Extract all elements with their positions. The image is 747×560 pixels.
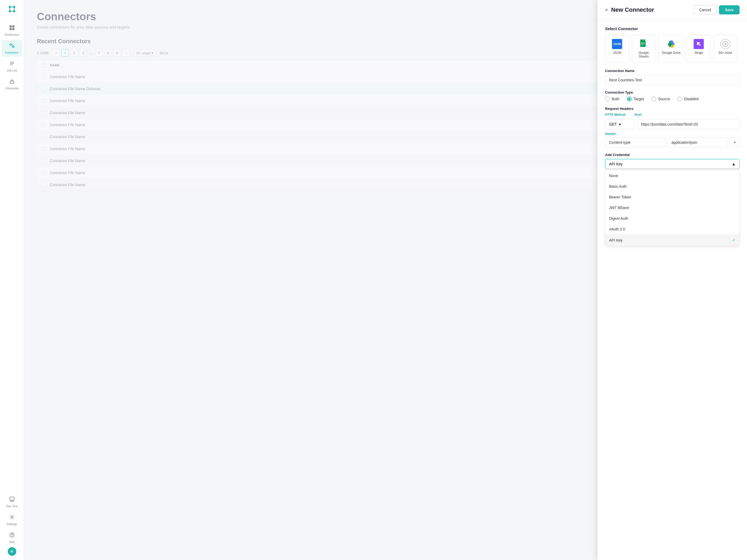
radio-both[interactable]: Both bbox=[605, 97, 619, 101]
credential-option-basic[interactable]: Basic Auth bbox=[606, 181, 739, 192]
row-checkbox[interactable] bbox=[41, 146, 46, 151]
svg-point-16 bbox=[11, 500, 12, 501]
connection-type-radios: Both Target Source Disabled bbox=[605, 97, 740, 101]
header-key-input[interactable] bbox=[605, 137, 665, 148]
credential-option-oauth[interactable]: oAuth 2.0 bbox=[606, 224, 739, 234]
sidebar-item-devtool[interactable]: Dev Tool bbox=[2, 494, 22, 510]
pagination-page-8[interactable]: 8 bbox=[104, 49, 112, 56]
radio-disabled-circle bbox=[677, 97, 682, 101]
row-checkbox[interactable] bbox=[41, 123, 46, 127]
help-icon bbox=[9, 532, 15, 539]
avatar[interactable]: R bbox=[8, 547, 16, 556]
sidebar-item-settings[interactable]: Settings bbox=[2, 511, 22, 528]
svg-rect-25 bbox=[641, 45, 644, 45]
pagination-dots: ... bbox=[88, 51, 94, 55]
http-method-sublabel: HTTP Method bbox=[605, 113, 632, 116]
connection-name-input[interactable] bbox=[605, 75, 740, 85]
row-checkbox[interactable] bbox=[41, 171, 46, 175]
http-method-select[interactable]: GET ▾ bbox=[605, 119, 635, 129]
connector-label: GoogleSheets bbox=[639, 51, 649, 58]
chevron-up-icon: ▲ bbox=[732, 162, 736, 166]
credential-option-apikey[interactable]: API Key ✓ bbox=[606, 234, 739, 246]
row-checkbox[interactable] bbox=[41, 99, 46, 103]
header-row: + bbox=[605, 137, 740, 148]
go-to: Go to bbox=[159, 51, 168, 55]
host-sublabel: Host bbox=[635, 113, 642, 116]
credential-select[interactable]: API Key ▲ bbox=[605, 159, 740, 169]
svg-rect-5 bbox=[12, 25, 15, 27]
sidebar-item-credential[interactable]: Credential bbox=[2, 76, 22, 92]
svg-point-0 bbox=[9, 6, 11, 8]
connection-type-group: Connection Type Both Target Source bbox=[605, 90, 740, 101]
cancel-button[interactable]: Cancel bbox=[694, 5, 717, 15]
header-val-input[interactable] bbox=[668, 137, 728, 148]
pagination-next[interactable]: › bbox=[123, 49, 130, 56]
radio-source[interactable]: Source bbox=[651, 97, 670, 101]
svg-rect-24 bbox=[641, 44, 645, 44]
sidebar-item-label: Settings bbox=[7, 523, 17, 526]
gsheets-icon bbox=[638, 39, 649, 49]
svg-rect-6 bbox=[9, 28, 12, 30]
connector-card-more[interactable]: 50+ more bbox=[713, 35, 738, 62]
row-name: Connector File Name bbox=[50, 159, 85, 163]
devtool-icon bbox=[9, 496, 15, 504]
row-name: Connector File Name bbox=[50, 171, 85, 175]
svg-rect-14 bbox=[10, 497, 14, 500]
credential-option-jwt[interactable]: JWT BEarer bbox=[606, 203, 739, 213]
sidebar-item-connector[interactable]: Connector bbox=[2, 40, 22, 57]
pagination-page-7[interactable]: 7 bbox=[95, 49, 103, 56]
host-input[interactable] bbox=[637, 119, 740, 129]
credential-option-none[interactable]: None bbox=[606, 170, 739, 181]
pagination-page-9[interactable]: 9 bbox=[113, 49, 121, 56]
connection-name-label: Connection Name bbox=[605, 69, 740, 73]
row-checkbox[interactable] bbox=[41, 183, 46, 187]
select-connector-section: Select Connector JSON JSON bbox=[605, 26, 740, 62]
sidebar-item-help[interactable]: Help bbox=[2, 529, 22, 546]
connection-type-label: Connection Type bbox=[605, 90, 740, 95]
panel-body: Select Connector JSON JSON bbox=[598, 20, 747, 560]
connector-card-gsheets[interactable]: GoogleSheets bbox=[632, 35, 656, 62]
connector-card-json[interactable]: JSON JSON bbox=[605, 35, 629, 62]
sidebar: Dashboard Connector Job List bbox=[0, 0, 24, 560]
save-button[interactable]: Save bbox=[719, 5, 740, 15]
sidebar-item-label: Help bbox=[9, 540, 15, 543]
radio-source-circle bbox=[651, 97, 656, 101]
pagination-page-2[interactable]: 2 bbox=[71, 49, 78, 56]
connector-label: Google Drive bbox=[662, 51, 680, 55]
header-checkbox[interactable] bbox=[41, 63, 50, 68]
json-icon: JSON bbox=[612, 39, 622, 49]
radio-target-circle bbox=[627, 97, 632, 101]
add-credential-group: Add Credential API Key ▲ None Basic Auth… bbox=[605, 153, 740, 246]
radio-source-label: Source bbox=[658, 97, 670, 101]
close-icon[interactable]: × bbox=[605, 7, 608, 13]
strapi-icon bbox=[693, 39, 704, 49]
name-column-header: NAME ↓ bbox=[50, 63, 63, 67]
pagination-page-3[interactable]: 3 bbox=[79, 49, 87, 56]
sidebar-item-label: Job List bbox=[7, 69, 17, 72]
row-name: Connector File Name bbox=[50, 135, 85, 139]
sidebar-item-joblist[interactable]: Job List bbox=[2, 58, 22, 75]
row-checkbox[interactable] bbox=[41, 111, 46, 115]
connector-card-gdrive[interactable]: Google Drive bbox=[659, 35, 684, 62]
select-connector-label: Select Connector bbox=[605, 26, 740, 31]
svg-rect-29 bbox=[698, 44, 701, 46]
sidebar-item-dashboard[interactable]: Dashboard bbox=[2, 22, 22, 39]
radio-target-label: Target bbox=[634, 97, 644, 101]
credential-option-digest[interactable]: Digest Auth bbox=[606, 213, 739, 224]
row-checkbox[interactable] bbox=[41, 159, 46, 163]
row-checkbox[interactable] bbox=[41, 87, 46, 91]
radio-disabled-label: Disabled bbox=[684, 97, 698, 101]
row-checkbox[interactable] bbox=[41, 135, 46, 139]
pagination-page-1[interactable]: 1 bbox=[61, 49, 69, 56]
radio-disabled[interactable]: Disabled bbox=[677, 97, 698, 101]
radio-target[interactable]: Target bbox=[627, 97, 644, 101]
row-checkbox[interactable] bbox=[41, 75, 46, 79]
add-header-button[interactable]: + bbox=[730, 138, 740, 147]
per-page-select[interactable]: 10 / page ▾ bbox=[134, 50, 156, 56]
row-name: Connector File Name Onhover bbox=[50, 87, 101, 91]
svg-point-9 bbox=[12, 46, 14, 48]
connector-card-strapi[interactable]: Strapi bbox=[687, 35, 711, 62]
sidebar-item-label: Connector bbox=[5, 51, 19, 54]
credential-option-bearer[interactable]: Bearer Token bbox=[606, 192, 739, 203]
pagination-prev[interactable]: ‹ bbox=[52, 49, 60, 56]
